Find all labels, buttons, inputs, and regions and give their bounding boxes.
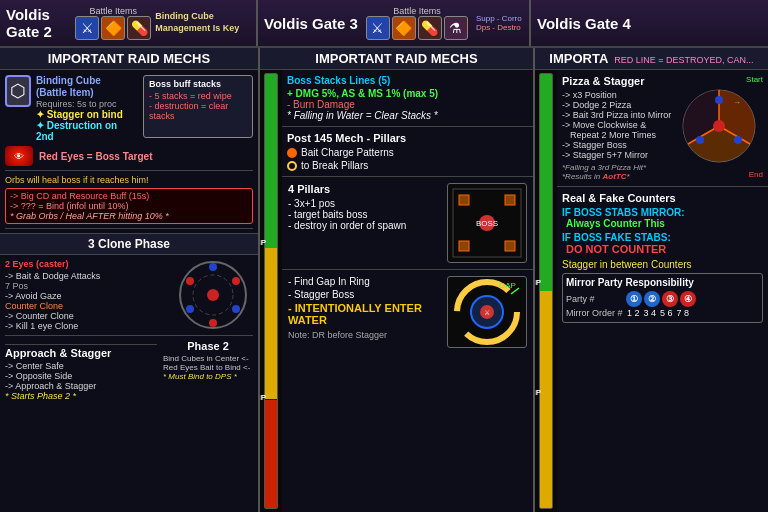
red-line-3: * Grab Orbs / Heal AFTER hitting 10% * xyxy=(10,211,248,221)
pillar-diagram: BOSS xyxy=(447,183,527,263)
pizza-title: Pizza & Stagger xyxy=(562,75,673,87)
gate3-dps-label: Dps - Destro xyxy=(476,23,522,32)
col1: IMPORTANT RAID MECHS ⬡ Binding Cube (Bat… xyxy=(0,48,260,512)
col2: IMPORTANT RAID MECHS 145HP 45HP xyxy=(260,48,535,512)
approach-line-4: * Starts Phase 2 * xyxy=(5,391,157,401)
svg-point-5 xyxy=(232,305,240,313)
col3: IMPORTARed line = Destroyed, Can... 160H… xyxy=(535,48,768,512)
order-2: 3 4 xyxy=(644,308,657,318)
clone-line-1: -> Bait & Dodge Attacks xyxy=(5,271,167,281)
gate3-icon-1: ⚔ xyxy=(366,16,390,40)
order-4: 7 8 xyxy=(677,308,690,318)
clone-line-3: -> Avoid Gaze xyxy=(5,291,167,301)
clone-left: 2 Eyes (caster) -> Bait & Dodge Attacks … xyxy=(5,259,167,331)
hp-label-145: 145HP xyxy=(260,238,266,247)
destruction-line: ✦ Destruction on 2nd xyxy=(36,120,134,142)
col1-header: IMPORTANT RAID MECHS xyxy=(0,48,258,70)
clone-line-4: Counter Clone xyxy=(5,301,167,311)
svg-text:⚔: ⚔ xyxy=(484,309,490,316)
approach-line-2: -> Opposite Side xyxy=(5,371,157,381)
gate2-subtitle: Battle Items xyxy=(90,6,138,16)
mirror-num-1: ① xyxy=(626,291,642,307)
approach-header: Approach & Stagger xyxy=(5,344,157,361)
clone-line-2: 7 Pos xyxy=(5,281,167,291)
boss-buff-box: Boss buff stacks - 5 stacks = red wipe -… xyxy=(143,75,253,138)
col3-hp-160: 160HP xyxy=(535,278,541,287)
clone-phase-header: 3 Clone Phase xyxy=(0,233,258,255)
start-label: Start xyxy=(678,75,763,84)
pizza-line-6: -> Stagger Boss xyxy=(562,140,673,150)
svg-point-2 xyxy=(207,289,219,301)
pizza-line-3: -> Bait 3rd Pizza into Mirror xyxy=(562,110,673,120)
gate3-header: Voldis Gate 3 Battle Items ⚔ 🔶 💊 ⚗ Supp … xyxy=(258,0,531,46)
clone-phase-content: 2 Eyes (caster) -> Bait & Dodge Attacks … xyxy=(5,259,253,331)
svg-point-29 xyxy=(696,136,704,144)
pizza-note-1: *Falling a 3rd Pizza Hit* xyxy=(562,163,673,172)
post145-section: Post 145 Mech - Pillars Bait Charge Patt… xyxy=(282,127,533,177)
always-counter: Always Counter This xyxy=(566,218,763,229)
pizza-line-5: Repeat 2 More Times xyxy=(562,130,673,140)
water-intentional: - INTENTIONALLY ENTER WATER xyxy=(288,302,441,326)
pizza-line-2: -> Dodge 2 Pizza xyxy=(562,100,673,110)
pizza-line-4: -> Move Clockwise & xyxy=(562,120,673,130)
svg-text:GAP: GAP xyxy=(499,281,516,290)
mirror-party-row: Party # ① ② ③ ④ xyxy=(566,291,759,307)
mirror-table: Mirror Party Responsibility Party # ① ② … xyxy=(562,273,763,323)
col3-hp-bar: 160HP 110HP xyxy=(535,70,557,512)
stagger-line: ✦ Stagger on bind xyxy=(36,109,134,120)
break-line: to Break Pillars xyxy=(287,160,528,171)
divider2 xyxy=(5,228,253,229)
clone-right xyxy=(173,259,253,331)
gate3-supp-label: Supp - Corro xyxy=(476,14,522,23)
order-label: Mirror Order # xyxy=(566,308,624,318)
col1-content: ⬡ Binding Cube (Battle Item) Requires: 5… xyxy=(0,70,258,512)
bait-line: Bait Charge Patterns xyxy=(287,147,528,158)
clone-diagram xyxy=(176,259,251,331)
stagger-between: Stagger in between Counters xyxy=(562,259,763,270)
binding-cube-req: Requires: 5s to proc xyxy=(36,99,134,109)
col3-main: Pizza & Stagger -> x3 Position -> Dodge … xyxy=(557,70,768,512)
col2-main: Boss Stacks Lines (5) + DMG 5%, AS & MS … xyxy=(282,70,533,512)
pizza-diagram: Start xyxy=(678,75,763,181)
break-bullet xyxy=(287,161,297,171)
water-line-1: - Find Gap In Ring xyxy=(288,276,441,287)
gate4-title: Voldis Gate 4 xyxy=(537,15,631,32)
gate3-icon-2: 🔶 xyxy=(392,16,416,40)
pizza-section: Pizza & Stagger -> x3 Position -> Dodge … xyxy=(557,70,768,187)
end-label: End xyxy=(678,170,763,179)
col2-header: IMPORTANT RAID MECHS xyxy=(260,48,533,70)
svg-text:BOSS: BOSS xyxy=(476,219,498,228)
pillar-line-1: - 3x+1 pos xyxy=(288,198,441,209)
svg-point-26 xyxy=(713,120,725,132)
mirror-num-3: ③ xyxy=(662,291,678,307)
svg-text:→: → xyxy=(733,98,741,107)
svg-point-8 xyxy=(186,277,194,285)
svg-point-28 xyxy=(734,136,742,144)
svg-rect-13 xyxy=(459,241,469,251)
pizza-line-1: -> x3 Position xyxy=(562,90,673,100)
main-content: IMPORTANT RAID MECHS ⬡ Binding Cube (Bat… xyxy=(0,48,768,512)
clone-eyes: 2 Eyes (caster) xyxy=(5,259,167,269)
gate2-icon-2: 🔶 xyxy=(101,16,125,40)
hp-bar xyxy=(264,73,278,509)
red-eyes-box: 👁 Red Eyes = Boss Target xyxy=(5,146,253,166)
red-line-1: -> Big CD and Resource Buff (15s) xyxy=(10,191,248,201)
red-eyes-label: Red Eyes = Boss Target xyxy=(39,151,152,162)
hp-label-45: 45HP xyxy=(260,393,266,402)
mirror-num-4: ④ xyxy=(680,291,696,307)
svg-rect-12 xyxy=(505,195,515,205)
pizza-text: Pizza & Stagger -> x3 Position -> Dodge … xyxy=(562,75,673,181)
water-note: Note: DR before Stagger xyxy=(288,330,441,340)
gate2-subtitle2: Binding Cube Management Is Key xyxy=(155,11,250,34)
pillar-line-3: - destroy in order of spawn xyxy=(288,220,441,231)
pizza-line-7: -> Stagger 5+7 Mirror xyxy=(562,150,673,160)
svg-point-27 xyxy=(715,96,723,104)
top-bar: Voldis Gate 2 Battle Items ⚔ 🔶 💊 Binding… xyxy=(0,0,768,48)
boss-stacks-line: Boss Stacks Lines (5) xyxy=(287,75,528,86)
col3-wrapper: 160HP 110HP Pizza & Stagger -> x3 Positi… xyxy=(535,70,768,512)
col2-wrapper: 145HP 45HP Boss Stacks Lines (5) + DMG 5… xyxy=(260,70,533,512)
boss-stacks-section: Boss Stacks Lines (5) + DMG 5%, AS & MS … xyxy=(282,70,533,127)
clone-line-5: -> Counter Clone xyxy=(5,311,167,321)
dmg-line: + DMG 5%, AS & MS 1% (max 5) xyxy=(287,88,528,99)
orbs-note: Orbs will heal boss if it reaches him! xyxy=(5,175,253,185)
